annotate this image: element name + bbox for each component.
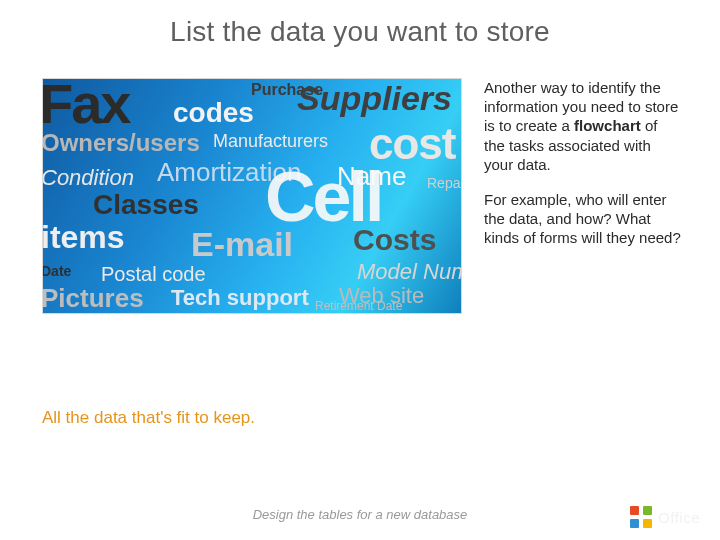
word-repair: Repair [427, 175, 462, 191]
word-condition: Condition [42, 165, 134, 191]
office-squares-icon [630, 506, 652, 528]
word-items: items [42, 219, 125, 256]
word-owners: Owners/users [42, 129, 200, 157]
footer: Design the tables for a new database Off… [0, 476, 720, 540]
word-model: Model Numb [357, 259, 462, 285]
office-logo: Office [630, 506, 700, 528]
word-costs: Costs [353, 223, 436, 257]
word-email: E-mail [191, 225, 293, 264]
word-tech: Tech support [171, 285, 309, 311]
p1-bold-flowchart: flowchart [574, 117, 641, 134]
slide: List the data you want to store Fax code… [0, 0, 720, 540]
office-brand-label: Office [658, 509, 700, 526]
subcaption: All the data that's fit to keep. [42, 408, 255, 428]
word-manufacturers: Manufacturers [213, 131, 328, 152]
word-codes: codes [173, 97, 254, 129]
page-title: List the data you want to store [0, 16, 720, 48]
paragraph-2: For example, who will enter the data, an… [484, 190, 682, 248]
content-row: Fax codes Purchase Suppliers Owners/user… [42, 78, 682, 314]
word-retirement: Retirement Date [315, 299, 402, 313]
word-pictures: Pictures [42, 283, 144, 314]
paragraph-1: Another way to identify the information … [484, 78, 682, 174]
word-date: Date [42, 263, 71, 279]
word-suppliers: Suppliers [297, 79, 452, 118]
body-text: Another way to identify the information … [484, 78, 682, 314]
wordcloud-image: Fax codes Purchase Suppliers Owners/user… [42, 78, 462, 314]
footer-text: Design the tables for a new database [0, 507, 720, 522]
word-classes: Classes [93, 189, 199, 221]
word-fax: Fax [42, 78, 130, 136]
